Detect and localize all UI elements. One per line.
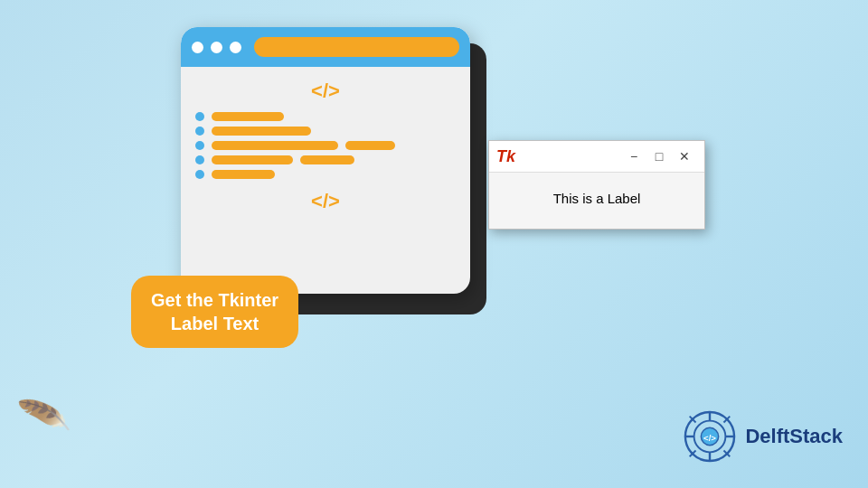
brand-logo: </> DelftStack — [684, 410, 843, 463]
editor-body: </> </> — [181, 67, 470, 226]
code-bar — [212, 170, 275, 179]
brand-suffix: Stack — [789, 425, 843, 447]
tk-logo: Tk — [496, 147, 522, 166]
bullet-dot — [195, 155, 204, 164]
feather-icon: 🪶 — [15, 389, 72, 444]
search-bar — [254, 37, 459, 57]
tkinter-window: Tk − □ ✕ This is a Label — [488, 140, 705, 230]
code-row-2 — [195, 127, 311, 136]
editor-panel: </> </> — [181, 27, 470, 294]
code-bar-2 — [300, 155, 354, 164]
badge: Get the Tkinter Label Text — [131, 276, 298, 348]
brand-wheel-icon: </> — [684, 410, 736, 463]
code-bar-2 — [345, 141, 395, 150]
bullet-dot — [195, 112, 204, 121]
bottom-tag-icon: </> — [311, 190, 340, 213]
maximize-button[interactable]: □ — [646, 145, 672, 167]
code-bar — [212, 155, 293, 164]
code-row-5 — [195, 170, 275, 179]
dot-1 — [192, 42, 203, 53]
code-row-4 — [195, 155, 354, 164]
minimize-button[interactable]: − — [621, 145, 646, 167]
close-button[interactable]: ✕ — [672, 145, 697, 167]
tk-label-text: This is a Label — [553, 191, 641, 206]
tk-body: This is a Label — [489, 173, 704, 229]
badge-line1: Get the Tkinter — [151, 290, 278, 310]
dot-3 — [230, 42, 241, 53]
bullet-dot — [195, 170, 204, 179]
editor-titlebar — [181, 27, 470, 67]
bullet-dot — [195, 141, 204, 150]
code-row-1 — [195, 112, 284, 121]
code-bar — [212, 141, 338, 150]
dot-2 — [211, 42, 222, 53]
tk-titlebar: Tk − □ ✕ — [489, 141, 704, 173]
brand-name: DelftStack — [745, 425, 843, 448]
badge-text: Get the Tkinter Label Text — [151, 288, 278, 335]
svg-text:</>: </> — [703, 433, 716, 443]
badge-line2: Label Text — [171, 314, 259, 333]
code-bar — [212, 127, 311, 136]
code-bar — [212, 112, 284, 121]
code-row-3 — [195, 141, 395, 150]
brand-prefix: Delft — [745, 425, 789, 447]
top-tag-icon: </> — [311, 80, 340, 103]
bullet-dot — [195, 127, 204, 136]
